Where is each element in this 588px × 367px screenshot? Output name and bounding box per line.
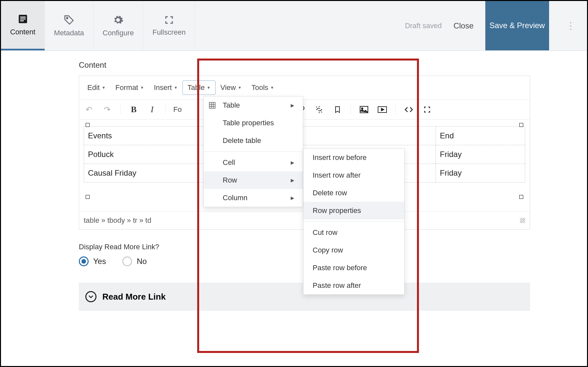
tab-content[interactable]: Content: [1, 1, 45, 50]
top-toolbar: Content Metadata Configure Fullscreen Dr…: [1, 1, 587, 51]
svg-point-4: [66, 17, 68, 19]
menu-item-insert-row-after[interactable]: Insert row after: [303, 166, 404, 184]
editor-toolbar: ↶ ↷ B I Fo: [79, 100, 530, 120]
unlink-button[interactable]: [314, 104, 324, 115]
section-title: Content: [79, 61, 587, 70]
content-icon: [17, 13, 28, 25]
menu-item-copy-row[interactable]: Copy row: [303, 241, 404, 259]
save-preview-button[interactable]: Save & Preview: [485, 1, 549, 50]
rich-text-editor: Edit▼ Format▼ Insert▼ Table▼ View▼ Tools…: [79, 76, 530, 230]
menu-item-row[interactable]: Row▶: [204, 171, 303, 189]
svg-rect-2: [20, 19, 26, 20]
menu-insert[interactable]: Insert▼: [149, 80, 182, 95]
menu-tools[interactable]: Tools▼: [247, 80, 279, 95]
caret-down-icon: ▼: [207, 85, 211, 90]
menu-item-paste-row-after[interactable]: Paste row after: [303, 277, 404, 294]
italic-button[interactable]: I: [147, 104, 157, 115]
more-menu-button[interactable]: ⋮: [561, 20, 580, 31]
tab-configure[interactable]: Configure: [94, 1, 143, 50]
chevron-down-icon: [85, 291, 96, 302]
tab-label: Fullscreen: [152, 28, 185, 37]
svg-rect-8: [209, 102, 215, 108]
code-button[interactable]: [404, 104, 414, 115]
menu-item-paste-row-before[interactable]: Paste row before: [303, 259, 404, 277]
tab-label: Metadata: [54, 29, 84, 37]
table-icon: [209, 102, 216, 109]
svg-rect-1: [20, 17, 26, 18]
submenu-arrow-icon: ▶: [291, 178, 294, 183]
element-path[interactable]: table » tbody » tr » td: [84, 216, 151, 225]
menu-item-insert-row-before[interactable]: Insert row before: [303, 149, 404, 166]
tab-metadata[interactable]: Metadata: [45, 1, 94, 50]
menu-item-cut-row[interactable]: Cut row: [303, 224, 404, 241]
row-submenu: Insert row before Insert row after Delet…: [303, 149, 405, 295]
editor-menubar: Edit▼ Format▼ Insert▼ Table▼ View▼ Tools…: [79, 76, 530, 100]
menu-view[interactable]: View▼: [216, 80, 247, 95]
close-button[interactable]: Close: [454, 21, 474, 30]
menu-item-delete-table[interactable]: Delete table: [204, 132, 303, 149]
menu-item-table[interactable]: Table ▶: [204, 96, 303, 114]
table-cell[interactable]: Friday: [436, 164, 525, 183]
tag-icon: [63, 14, 75, 26]
caret-down-icon: ▼: [174, 85, 178, 90]
menu-item-column[interactable]: Column▶: [204, 189, 303, 207]
tab-fullscreen[interactable]: Fullscreen: [143, 1, 195, 50]
table-cell[interactable]: Friday: [436, 145, 525, 164]
expand-button[interactable]: [422, 104, 432, 115]
main-area: Content Edit▼ Format▼ Insert▼ Table▼ Vie…: [1, 51, 587, 311]
menu-item-cell[interactable]: Cell▶: [204, 154, 303, 171]
caret-down-icon: ▼: [102, 85, 106, 90]
fullscreen-icon: [164, 15, 174, 25]
submenu-arrow-icon: ▶: [291, 103, 294, 108]
menu-edit[interactable]: Edit▼: [82, 80, 111, 95]
table-row: Events Start End: [84, 127, 525, 145]
svg-point-6: [361, 108, 363, 109]
resize-handle[interactable]: [86, 195, 90, 199]
media-button[interactable]: [377, 104, 388, 115]
format-dropdown[interactable]: Fo: [173, 105, 182, 114]
tab-label: Content: [10, 28, 35, 36]
submenu-arrow-icon: ▶: [291, 160, 294, 165]
bookmark-button[interactable]: [332, 104, 343, 115]
image-button[interactable]: [359, 104, 369, 115]
draft-saved-status: Draft saved: [405, 22, 442, 30]
tab-label: Configure: [103, 29, 134, 37]
resize-handle[interactable]: [519, 195, 523, 199]
caret-down-icon: ▼: [140, 85, 144, 90]
undo-button[interactable]: ↶: [84, 104, 94, 115]
caret-down-icon: ▼: [270, 85, 274, 90]
svg-rect-3: [20, 20, 24, 21]
gear-icon: [112, 14, 124, 26]
bold-button[interactable]: B: [129, 104, 139, 115]
submenu-arrow-icon: ▶: [291, 195, 294, 201]
resize-grip[interactable]: [520, 218, 525, 223]
caret-down-icon: ▼: [238, 85, 242, 90]
table-dropdown: Table ▶ Table properties Delete table Ce…: [203, 96, 303, 207]
radio-yes[interactable]: Yes: [79, 256, 106, 266]
table-cell[interactable]: End: [436, 127, 525, 145]
redo-button[interactable]: ↷: [102, 104, 112, 115]
radio-no[interactable]: No: [122, 256, 147, 266]
menu-format[interactable]: Format▼: [111, 80, 149, 95]
menu-item-delete-row[interactable]: Delete row: [303, 184, 404, 202]
menu-item-row-properties[interactable]: Row properties: [303, 202, 404, 219]
menu-item-table-properties[interactable]: Table properties: [204, 114, 303, 132]
menu-table[interactable]: Table▼: [182, 80, 215, 95]
